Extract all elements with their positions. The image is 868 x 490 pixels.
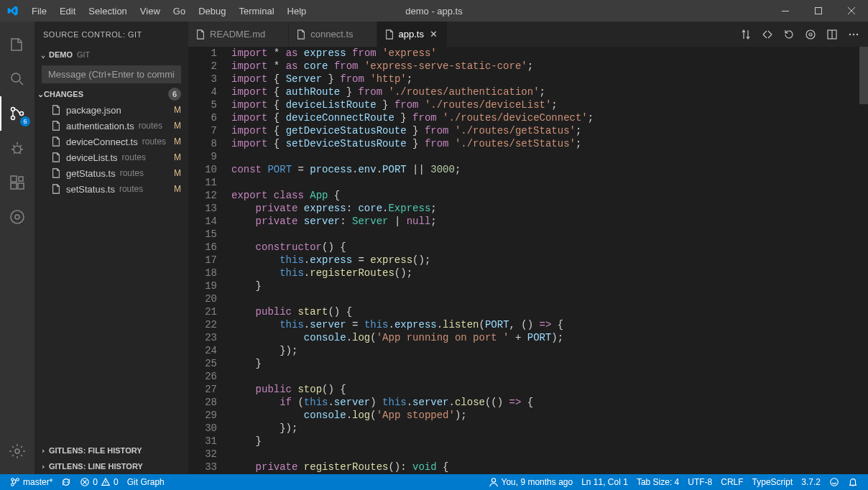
- file-status-badge: M: [174, 184, 181, 194]
- changed-file-row[interactable]: deviceList.tsroutesM: [34, 149, 188, 165]
- language-mode-status[interactable]: TypeScript: [748, 474, 798, 490]
- file-icon: [50, 167, 62, 179]
- changed-file-row[interactable]: getStatus.tsroutesM: [34, 165, 188, 181]
- file-status-badge: M: [174, 105, 181, 115]
- cursor-position-status[interactable]: Ln 11, Col 1: [577, 474, 632, 490]
- git-graph-status[interactable]: Git Graph: [123, 474, 169, 490]
- debug-icon[interactable]: [0, 131, 34, 165]
- encoding-status[interactable]: UTF-8: [683, 474, 716, 490]
- menu-item-view[interactable]: View: [134, 3, 166, 19]
- commit-message-input[interactable]: [42, 65, 181, 83]
- svg-point-22: [17, 479, 19, 481]
- changed-file-row[interactable]: setStatus.tsroutesM: [34, 181, 188, 197]
- file-path: routes: [119, 184, 143, 194]
- menu-item-debug[interactable]: Debug: [193, 3, 231, 19]
- explorer-icon[interactable]: [0, 27, 34, 62]
- file-status-badge: M: [174, 137, 181, 147]
- branch-status[interactable]: master*: [6, 474, 57, 490]
- maximize-button[interactable]: [802, 0, 835, 22]
- compare-changes-icon[interactable]: [740, 29, 752, 40]
- problems-status[interactable]: 0 0: [75, 474, 122, 490]
- svg-point-12: [15, 215, 19, 219]
- changes-count-badge: 6: [168, 88, 181, 101]
- open-changes-icon[interactable]: [762, 29, 773, 40]
- feedback-icon[interactable]: [825, 474, 844, 490]
- editor-tab[interactable]: connect.ts✕: [289, 22, 377, 47]
- menu-item-terminal[interactable]: Terminal: [233, 3, 280, 19]
- menu-item-edit[interactable]: Edit: [54, 3, 81, 19]
- file-icon: [50, 183, 62, 195]
- close-button[interactable]: [835, 0, 868, 22]
- code-content[interactable]: import * as express from 'express'import…: [231, 47, 868, 474]
- svg-point-5: [20, 112, 24, 116]
- line-number-gutter: 1234567891011121314151617181920212223242…: [188, 47, 231, 474]
- svg-point-11: [11, 211, 24, 223]
- indentation-status[interactable]: Tab Size: 4: [632, 474, 683, 490]
- eol-status[interactable]: CRLF: [716, 474, 747, 490]
- file-icon: [50, 136, 62, 147]
- file-icon: [50, 120, 62, 131]
- sync-status[interactable]: [57, 474, 75, 490]
- svg-point-4: [11, 116, 15, 120]
- typescript-version-status[interactable]: 3.7.2: [797, 474, 825, 490]
- status-bar: master* 0 0 Git Graph You, 9 months ago …: [0, 474, 868, 490]
- discard-changes-icon[interactable]: [783, 29, 795, 40]
- window-title: demo - app.ts: [405, 6, 463, 17]
- code-editor[interactable]: 1234567891011121314151617181920212223242…: [188, 47, 868, 474]
- chevron-down-icon: ⌄: [37, 50, 49, 60]
- vertical-scrollbar[interactable]: [859, 47, 868, 474]
- more-actions-icon[interactable]: [848, 29, 859, 40]
- sidebar-header: SOURCE CONTROL: GIT: [34, 22, 188, 47]
- svg-rect-9: [18, 183, 24, 189]
- menu-item-help[interactable]: Help: [282, 3, 313, 19]
- notifications-icon[interactable]: [844, 474, 862, 490]
- commit-message-container: [42, 65, 181, 83]
- file-path: routes: [142, 137, 166, 147]
- tab-label: connect.ts: [310, 29, 353, 40]
- changed-file-row[interactable]: package.jsonM: [34, 102, 188, 118]
- editor-toolbar: [731, 22, 868, 47]
- svg-point-21: [11, 484, 14, 486]
- svg-rect-7: [11, 176, 17, 182]
- menu-item-selection[interactable]: Selection: [83, 3, 132, 19]
- menu-item-file[interactable]: File: [26, 3, 52, 19]
- changed-file-row[interactable]: authentication.tsroutesM: [34, 118, 188, 134]
- blame-status[interactable]: You, 9 months ago: [484, 474, 578, 490]
- toggle-file-blame-icon[interactable]: [805, 29, 816, 40]
- split-editor-icon[interactable]: [826, 29, 838, 40]
- file-icon: [296, 29, 306, 40]
- gitlens-file-history-section[interactable]: ›GITLENS: FILE HISTORY: [34, 443, 188, 458]
- file-icon: [195, 29, 206, 40]
- changed-files-list: package.jsonMauthentication.tsroutesMdev…: [34, 102, 188, 197]
- menu-item-go[interactable]: Go: [167, 3, 191, 19]
- gitlens-line-history-section[interactable]: ›GITLENS: LINE HISTORY: [34, 458, 188, 474]
- activity-bar: 6: [0, 22, 34, 474]
- minimize-button[interactable]: [769, 0, 802, 22]
- repo-provider: GIT: [77, 50, 90, 59]
- svg-point-18: [853, 33, 854, 34]
- source-control-icon[interactable]: 6: [0, 96, 34, 131]
- changed-file-row[interactable]: deviceConnect.tsroutesM: [34, 134, 188, 149]
- title-bar: FileEditSelectionViewGoDebugTerminalHelp…: [0, 0, 868, 22]
- gitlens-icon[interactable]: [0, 200, 34, 234]
- svg-point-25: [831, 479, 839, 486]
- svg-point-13: [15, 449, 19, 453]
- close-tab-icon[interactable]: ✕: [428, 29, 440, 40]
- file-name: deviceConnect.ts: [66, 137, 138, 147]
- file-name: package.json: [66, 105, 121, 116]
- scrollbar-thumb[interactable]: [859, 47, 868, 104]
- repo-section-header[interactable]: ⌄ DEMO GIT: [34, 47, 188, 63]
- chevron-right-icon: ›: [37, 446, 49, 456]
- editor-tab[interactable]: app.ts✕: [377, 22, 448, 47]
- file-path: routes: [122, 152, 146, 162]
- file-name: authentication.ts: [66, 121, 134, 131]
- extensions-icon[interactable]: [0, 165, 34, 200]
- file-path: routes: [120, 168, 144, 178]
- changes-section-header[interactable]: ⌄ CHANGES 6: [34, 86, 188, 102]
- file-path: routes: [139, 121, 162, 131]
- svg-point-17: [849, 33, 851, 34]
- svg-rect-8: [11, 183, 17, 189]
- search-icon[interactable]: [0, 62, 34, 96]
- settings-gear-icon[interactable]: [0, 434, 34, 468]
- editor-tab[interactable]: README.md✕: [188, 22, 289, 47]
